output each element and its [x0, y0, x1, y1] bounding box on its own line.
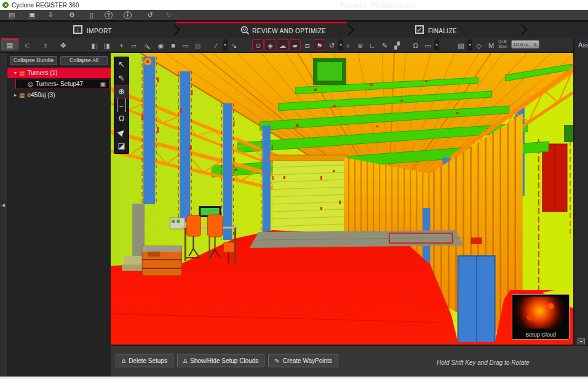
chevron-separator-3 — [516, 24, 527, 35]
chevron-separator-1 — [169, 24, 180, 35]
chevron-separator-2 — [343, 24, 354, 35]
attachments-tab-icon[interactable]: ⊂ — [19, 39, 36, 50]
poly-select-icon[interactable]: ▩ — [192, 39, 204, 50]
finalize-check-icon: ✓ — [415, 25, 424, 34]
scan-view-group: Ω▭▾ — [410, 39, 439, 50]
swirl-tool-icon[interactable]: ↺ — [326, 39, 338, 50]
review-magnifier-icon — [240, 26, 250, 35]
import-icon: ↓ — [73, 25, 82, 34]
pan-tool-icon[interactable]: + — [116, 39, 127, 50]
setup-cloud-label: Setup Cloud — [512, 332, 569, 338]
save-project-icon[interactable]: ▣ — [25, 10, 39, 20]
measure-distance-tool[interactable]: ↔ — [117, 98, 126, 112]
qlb-slider-grip[interactable]: ≡ — [533, 41, 536, 47]
chart-tool-icon[interactable]: ∟ — [367, 39, 378, 50]
workflow-bar: ↓ IMPORT REVIEW AND OPTIMIZE ✓ FINALIZE — [0, 20, 588, 38]
bundle-icon: ▦ — [19, 92, 25, 98]
rect-select-icon[interactable]: ■ — [167, 39, 179, 50]
cloud-annotation-icon[interactable]: ☁ — [277, 39, 288, 50]
redo-icon[interactable]: ↻ — [162, 10, 175, 20]
sphere-select-icon[interactable]: ◉ — [155, 39, 167, 50]
project-tab-icon[interactable]: ▤ — [1, 39, 18, 50]
assets-panel-title: Assets — [578, 41, 588, 49]
draw-tool-icon[interactable]: ✎ — [379, 39, 391, 50]
show-hide-setup-clouds-button[interactable]: ∆ Show/Hide Setup Clouds — [177, 354, 264, 367]
camera-annotation-icon[interactable]: ◘ — [301, 39, 313, 50]
tripod-icon: ∆ — [122, 357, 125, 364]
point-cloud-viewport[interactable]: ↖⇖⊕↔Ω▶◪ Setup Cloud — [111, 53, 573, 345]
select-tool[interactable]: ↖ — [114, 58, 129, 71]
viewport-tool-palette: ↖⇖⊕↔Ω▶◪ — [114, 57, 129, 154]
measure-group: ∕▾↘ — [210, 39, 240, 50]
delete-setups-button[interactable]: ∆ Delete Setups — [116, 354, 173, 367]
project-title: Turners_PickupShoot — [340, 1, 463, 10]
storage-device-icon[interactable]: ▯ — [85, 10, 98, 20]
scan-person-icon[interactable]: Ω — [410, 39, 421, 50]
monitor-view-caret[interactable]: ▾ — [434, 39, 439, 50]
tab-import[interactable]: IMPORT — [87, 28, 112, 34]
collapse-sidebar-arrow[interactable]: ◀ — [1, 202, 5, 208]
import-icon[interactable]: ⇩ — [44, 10, 57, 20]
monitor-view-icon[interactable]: ▭ — [422, 39, 434, 50]
settings-gear-icon[interactable]: ⚙ — [65, 10, 79, 20]
rotate-hint-text: Hold Shift Key and Drag to Rotate — [437, 359, 530, 366]
measure-tool-caret[interactable]: ▾ — [223, 39, 228, 50]
info-icon[interactable]: i — [124, 11, 132, 19]
cluster-tab-icon[interactable]: ❖ — [55, 39, 72, 50]
expand-arrow-icon[interactable]: ▾ — [12, 70, 18, 76]
box-view-icon[interactable]: ◇ — [473, 39, 485, 50]
layout-tool-icon[interactable]: ▱ — [128, 39, 140, 50]
undo-icon[interactable]: ↺ — [143, 10, 157, 20]
tab-finalize[interactable]: FINALIZE — [428, 28, 457, 34]
pick-tool-icon[interactable]: ↘ — [228, 39, 240, 50]
create-waypoints-button[interactable]: ✎ Create WayPoints — [268, 354, 338, 367]
collapse-arrow-icon[interactable]: ▸ — [12, 92, 18, 98]
active-stage-indicator — [177, 22, 347, 23]
tree-item-e450aj-bundle[interactable]: ▸ ▦ e450aj (3) — [7, 90, 111, 100]
assets-panel: Assets — [573, 38, 588, 377]
multi-select-tool[interactable]: ⇖ — [114, 71, 129, 85]
point-cloud-scene[interactable] — [111, 53, 573, 345]
zoom-tool-icon[interactable]: ○ — [140, 39, 152, 50]
split-right-icon[interactable]: ◨ — [101, 39, 113, 50]
help-icon[interactable]: ? — [105, 11, 113, 19]
link-annotation-icon[interactable]: ▰ — [289, 39, 301, 50]
navigation-group: +▱○ — [116, 39, 152, 50]
cube-view-icon[interactable]: ▧ — [455, 39, 467, 50]
tag-annotation-icon[interactable]: ◈ — [264, 39, 276, 50]
app-title: Cyclone REGISTER 360 — [12, 2, 79, 9]
setup-image-chip-icon[interactable]: ▣ — [100, 81, 106, 87]
split-left-icon[interactable]: ◧ — [89, 39, 100, 50]
setup-cloud-inset[interactable]: Setup Cloud — [512, 294, 570, 340]
web-tab-icon[interactable]: ♁ — [37, 39, 54, 50]
orbit-tool[interactable]: ⊕ — [114, 85, 129, 98]
qlb-size-group: QLB Size: 10.0 m ≡ — [498, 39, 539, 49]
cube-views-group: ▧▾◇M — [455, 39, 497, 50]
target-annotation-icon[interactable]: ⊙ — [252, 39, 264, 50]
measure-tool-icon[interactable]: ∕ — [210, 39, 222, 50]
open-project-icon[interactable]: ▤ — [5, 10, 18, 20]
setup-icon: ◎ — [28, 81, 33, 87]
qlb-size-input[interactable]: 10.0 m ≡ — [511, 40, 539, 49]
collapse-all-button[interactable]: Collapse All — [60, 56, 108, 65]
view-tabs-group: ▤⊂♁❖ — [1, 39, 72, 50]
geotag-annotation-icon[interactable]: ⚑ — [314, 39, 325, 50]
bottom-action-bar: ∆ Delete Setups ∆ Show/Hide Setup Clouds… — [111, 345, 588, 377]
window-bottom-edge — [0, 377, 588, 379]
tree-item-turners-bundle[interactable]: ▾ ▦ Turners (1) — [7, 68, 111, 78]
tab-review-and-optimize[interactable]: REVIEW AND OPTIMIZE — [252, 28, 326, 34]
globe-settings-icon[interactable]: ⊚ — [354, 39, 366, 50]
globe-tools-group: ♁⊚∟✎▞ — [342, 39, 403, 50]
globe-edit-icon[interactable]: ♁ — [342, 39, 354, 50]
fence-select-icon[interactable]: ▭ — [180, 39, 191, 50]
bundle-icon: ▦ — [19, 70, 25, 76]
annotations-group: ⊙◈☁▰◘⚑↺▾ — [252, 39, 343, 50]
box-m-view-icon[interactable]: M — [485, 39, 497, 50]
app-window: Cyclone REGISTER 360 ▤▣⇩⚙▯?i↺↻ Turners_P… — [0, 0, 588, 379]
tree-item-turners-setup47[interactable]: ◎ Turners- Setup47 ▣ — [15, 79, 109, 89]
dual-view-icon[interactable]: ▞ — [391, 39, 403, 50]
main-toolbar: QLB Size: 10.0 m ≡ ▤⊂♁❖◧◨+▱○◉■▭▩∕▾↘⊙◈☁▰◘… — [0, 38, 588, 53]
cube-view-caret[interactable]: ▾ — [467, 39, 472, 50]
tree-item-label: Turners (1) — [27, 70, 57, 76]
collapse-bundle-button[interactable]: Collapse Bundle — [10, 56, 57, 65]
